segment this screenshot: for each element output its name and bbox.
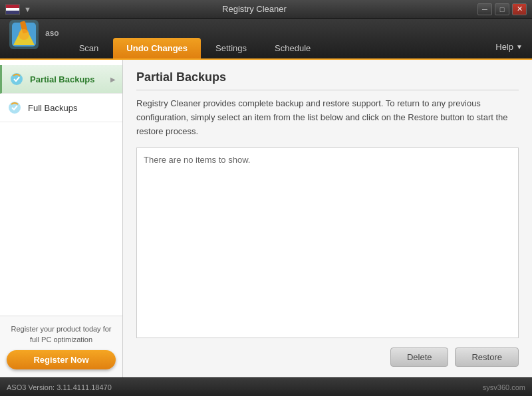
- logo-cube: [7, 17, 41, 52]
- sidebar-item-partial-backups[interactable]: Partial Backups ▶: [0, 65, 122, 94]
- content-panel: Partial Backups Registry Cleaner provide…: [123, 60, 532, 377]
- flag-icon: [5, 4, 20, 15]
- content-title: Partial Backups: [136, 70, 519, 90]
- help-button[interactable]: Help ▼: [486, 37, 532, 58]
- brand-text: sysv360.com: [483, 383, 525, 391]
- logo-text: aso: [45, 29, 59, 43]
- status-bar: ASO3 Version: 3.11.4111.18470 sysv360.co…: [0, 377, 532, 396]
- tab-scan[interactable]: Scan: [66, 38, 112, 58]
- close-button[interactable]: ✕: [512, 3, 527, 15]
- tab-schedule[interactable]: Schedule: [261, 38, 324, 58]
- tab-settings[interactable]: Settings: [202, 38, 260, 58]
- register-area: Register your product today for full PC …: [0, 316, 122, 377]
- title-bar: ▼ Registry Cleaner ─ □ ✕: [0, 0, 532, 19]
- svg-point-4: [19, 29, 29, 40]
- sidebar: Partial Backups ▶ Full Backups Register …: [0, 60, 123, 377]
- register-now-button[interactable]: Register Now: [7, 350, 116, 369]
- full-backups-label: Full Backups: [28, 103, 77, 113]
- maximize-button[interactable]: □: [495, 3, 509, 15]
- full-backups-icon: [7, 100, 23, 116]
- no-items-text: There are no items to show.: [144, 155, 250, 165]
- restore-button[interactable]: Restore: [455, 347, 519, 367]
- app-title: Registry Cleaner: [31, 4, 477, 14]
- partial-backups-icon: [9, 71, 25, 87]
- sidebar-items: Partial Backups ▶ Full Backups: [0, 65, 122, 316]
- nav-tabs: Scan Undo Changes Settings Schedule: [66, 38, 487, 58]
- content-description: Registry Cleaner provides complete backu…: [136, 97, 519, 138]
- window-controls: ─ □ ✕: [477, 3, 527, 15]
- chevron-down-icon: ▼: [516, 43, 523, 50]
- version-text: ASO3 Version: 3.11.4111.18470: [7, 383, 112, 391]
- logo-area: aso: [7, 17, 59, 58]
- items-list[interactable]: There are no items to show.: [136, 148, 519, 338]
- register-text: Register your product today for full PC …: [7, 324, 116, 345]
- partial-backups-label: Partial Backups: [30, 74, 95, 84]
- partial-backups-chevron: ▶: [110, 76, 116, 83]
- flag-dropdown[interactable]: ▼: [24, 5, 31, 13]
- sidebar-item-full-backups[interactable]: Full Backups: [0, 94, 122, 122]
- action-buttons: Delete Restore: [136, 347, 519, 367]
- delete-button[interactable]: Delete: [390, 347, 449, 367]
- nav-bar: aso Scan Undo Changes Settings Schedule …: [0, 19, 532, 60]
- tab-undo-changes[interactable]: Undo Changes: [113, 38, 201, 58]
- main-content: Partial Backups ▶ Full Backups Register …: [0, 60, 532, 377]
- minimize-button[interactable]: ─: [477, 3, 492, 15]
